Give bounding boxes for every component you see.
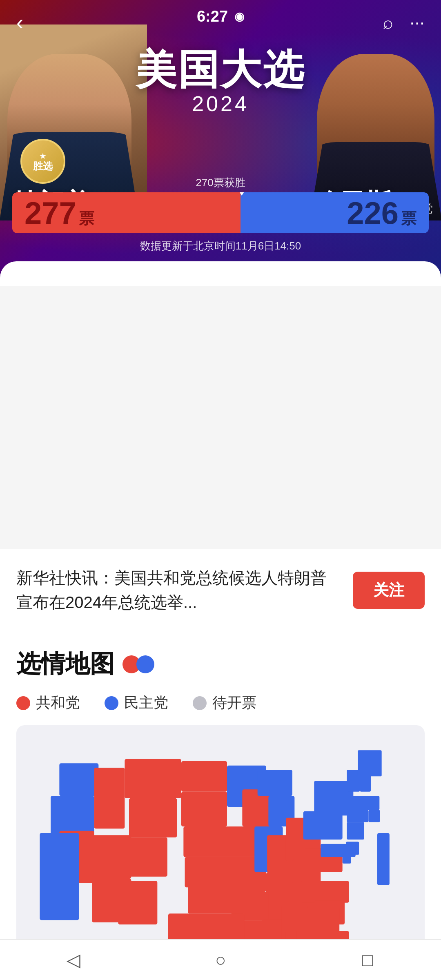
legend-pending-label: 待开票 [212,693,256,713]
content-section: 新华社快讯：美国共和党总统候选人特朗普宣布在2024年总统选举... 关注 选情… [0,549,441,980]
legend-dot-gray [193,696,207,710]
bottom-navigation: ◁ ○ □ [0,939,441,980]
data-update-time: 数据更新于北京时间11月6日14:50 [12,239,429,253]
harris-vote-unit: 票 [401,208,416,229]
svg-rect-5 [129,798,177,837]
hero-main-title: 美国大选 [136,49,305,90]
hero-title-block: 美国大选 2024 [136,49,305,116]
svg-rect-37 [301,881,349,902]
map-toggle[interactable] [122,655,154,673]
legend-pending: 待开票 [193,693,256,713]
harris-vote-bar: 226 票 [241,192,429,233]
legend-dot-red [16,696,30,710]
svg-rect-47 [347,810,368,822]
svg-rect-44 [358,750,382,776]
svg-rect-45 [347,796,379,810]
vote-threshold-marker [234,192,249,196]
map-title-row: 选情地图 [16,648,425,681]
back-nav-button[interactable]: ◁ [49,946,98,974]
vote-threshold-label: 270票获胜 [12,176,429,190]
svg-rect-25 [188,885,236,913]
status-bar: 6:27 ◉ [0,0,441,33]
svg-rect-4 [125,759,181,798]
svg-rect-48 [347,822,364,840]
legend-republican: 共和党 [16,693,80,713]
svg-rect-9 [185,857,231,888]
svg-rect-36 [292,859,321,883]
svg-rect-6 [181,761,227,792]
svg-rect-46 [369,810,380,822]
recent-apps-button[interactable]: □ [343,946,392,974]
trump-vote-count: 277 [24,195,76,231]
follow-button[interactable]: 关注 [353,572,425,609]
svg-rect-56 [377,833,390,885]
svg-rect-29 [92,835,131,879]
news-text: 新华社快讯：美国共和党总统候选人特朗普宣布在2024年总统选举... [16,566,341,615]
toggle-blue-dot [136,655,154,673]
map-title: 选情地图 [16,648,114,681]
svg-rect-51 [343,855,351,863]
svg-rect-8 [183,826,229,857]
home-nav-button[interactable]: ○ [196,946,245,974]
map-section: 选情地图 共和党 民主党 待开票 [16,631,425,980]
vote-section: 270票获胜 277 票 226 票 数据更新于北京时间11月6日14:50 [12,176,429,253]
svg-rect-1 [59,763,98,796]
svg-rect-14 [258,770,292,796]
legend-republican-label: 共和党 [36,693,80,713]
breaking-news-block[interactable]: 新华社快讯：美国共和党总统候选人特朗普宣布在2024年总统选举... 关注 [16,549,425,631]
svg-rect-7 [181,792,227,826]
hero-wave [0,261,441,286]
hero-year: 2024 [136,91,305,116]
legend-democrat-label: 民主党 [124,693,168,713]
trump-vote-bar: 277 票 [12,192,241,233]
trump-vote-unit: 票 [79,208,94,229]
legend-row: 共和党 民主党 待开票 [16,693,425,713]
svg-rect-30 [92,879,131,922]
badge-text: 胜选 [33,161,53,172]
signal-icon: ◉ [234,10,244,23]
vote-bar: 277 票 226 票 [12,192,429,233]
svg-rect-2 [51,796,94,835]
time-display: 6:27 [197,8,228,25]
hero-section: ‹ ⌕ ··· 6:27 ◉ ★ 胜选 美国大选 2024 特朗普 / 共和党 … [0,0,441,286]
svg-rect-32 [40,833,79,920]
harris-vote-count: 226 [347,195,399,231]
legend-dot-blue [105,696,118,710]
badge-star-icon: ★ [39,151,47,161]
svg-rect-3 [94,768,125,829]
legend-democrat: 民主党 [105,693,168,713]
